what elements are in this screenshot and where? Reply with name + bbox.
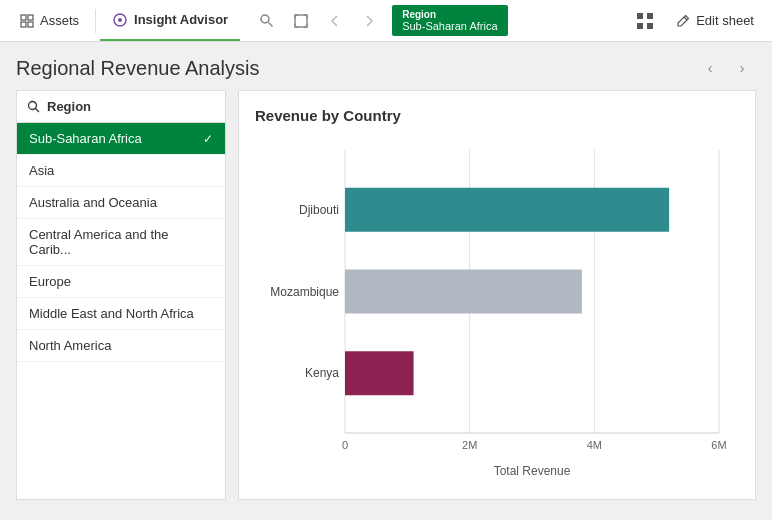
svg-rect-8 [295, 15, 307, 27]
svg-rect-3 [28, 22, 33, 27]
back-icon-btn[interactable] [320, 6, 350, 36]
svg-point-6 [261, 15, 269, 23]
forward-icon-btn[interactable] [354, 6, 384, 36]
svg-rect-1 [28, 15, 33, 20]
sidebar-item[interactable]: Middle East and North Africa [17, 298, 225, 330]
sidebar-item-label: Australia and Oceania [29, 195, 157, 210]
svg-rect-9 [637, 13, 643, 19]
svg-rect-2 [21, 22, 26, 27]
svg-text:4M: 4M [587, 439, 602, 451]
forward-arrow-icon [361, 13, 377, 29]
chart-container: 02M4M6MDjiboutiMozambiqueKenyaTotal Reve… [255, 140, 739, 483]
sidebar-search: Region [17, 91, 225, 123]
sidebar-item-label: Central America and the Carib... [29, 227, 213, 257]
nav-divider [95, 9, 96, 33]
bar-mozambique [345, 270, 582, 314]
svg-rect-0 [21, 15, 26, 20]
prev-page-btn[interactable]: ‹ [696, 54, 724, 82]
grid-view-btn[interactable] [628, 4, 662, 38]
sidebar-item[interactable]: Australia and Oceania [17, 187, 225, 219]
svg-line-13 [684, 17, 687, 20]
chart-area: Revenue by Country 02M4M6MDjiboutiMozamb… [238, 90, 756, 500]
back-arrow-icon [327, 13, 343, 29]
assets-icon [20, 14, 34, 28]
page-nav-arrows: ‹ › [696, 54, 756, 82]
region-badge-value: Sub-Saharan Africa [402, 20, 497, 32]
toolbar-icons [252, 6, 384, 36]
svg-rect-10 [647, 13, 653, 19]
revenue-chart: 02M4M6MDjiboutiMozambiqueKenyaTotal Reve… [255, 140, 739, 483]
assets-tab[interactable]: Assets [8, 0, 91, 41]
bar-kenya [345, 351, 414, 395]
sidebar-item-label: Asia [29, 163, 54, 178]
search-icon [27, 100, 41, 114]
svg-rect-12 [647, 23, 653, 29]
sidebar-item[interactable]: Europe [17, 266, 225, 298]
sidebar-item-label: Sub-Saharan Africa [29, 131, 142, 146]
expand-icon-btn[interactable] [286, 6, 316, 36]
sidebar-item-label: Europe [29, 274, 71, 289]
next-page-btn[interactable]: › [728, 54, 756, 82]
page-header: Regional Revenue Analysis ‹ › [0, 42, 772, 90]
sidebar-item[interactable]: Asia [17, 155, 225, 187]
svg-point-5 [118, 18, 122, 22]
grid-icon [636, 12, 654, 30]
svg-text:Total Revenue: Total Revenue [494, 464, 571, 478]
svg-line-15 [36, 108, 40, 112]
svg-text:2M: 2M [462, 439, 477, 451]
assets-tab-label: Assets [40, 13, 79, 28]
bar-djibouti [345, 188, 669, 232]
insight-advisor-icon [112, 12, 128, 28]
page-title: Regional Revenue Analysis [16, 57, 260, 80]
svg-text:6M: 6M [711, 439, 726, 451]
region-sidebar: Region Sub-Saharan Africa✓AsiaAustralia … [16, 90, 226, 500]
chart-title: Revenue by Country [255, 107, 739, 124]
sidebar-item[interactable]: Sub-Saharan Africa✓ [17, 123, 225, 155]
sidebar-item[interactable]: Central America and the Carib... [17, 219, 225, 266]
sidebar-item[interactable]: North America [17, 330, 225, 362]
top-navigation: Assets Insight Advisor [0, 0, 772, 42]
insight-advisor-tab-label: Insight Advisor [134, 12, 228, 27]
sidebar-list: Sub-Saharan Africa✓AsiaAustralia and Oce… [17, 123, 225, 499]
svg-rect-11 [637, 23, 643, 29]
region-badge-title: Region [402, 9, 497, 20]
zoom-icon-btn[interactable] [252, 6, 282, 36]
sidebar-item-label: North America [29, 338, 111, 353]
svg-text:Kenya: Kenya [305, 366, 339, 380]
region-badge: Region Sub-Saharan Africa [392, 5, 507, 36]
svg-text:Djibouti: Djibouti [299, 203, 339, 217]
svg-line-7 [269, 22, 273, 26]
search-zoom-icon [259, 13, 275, 29]
selected-checkmark: ✓ [203, 132, 213, 146]
svg-text:Mozambique: Mozambique [270, 285, 339, 299]
search-label: Region [47, 99, 91, 114]
edit-sheet-label: Edit sheet [696, 13, 754, 28]
svg-text:0: 0 [342, 439, 348, 451]
sidebar-item-label: Middle East and North Africa [29, 306, 194, 321]
edit-sheet-button[interactable]: Edit sheet [666, 9, 764, 32]
expand-icon [293, 13, 309, 29]
insight-advisor-tab[interactable]: Insight Advisor [100, 0, 240, 41]
main-content: Region Sub-Saharan Africa✓AsiaAustralia … [0, 90, 772, 516]
svg-point-14 [29, 101, 37, 109]
right-nav: Edit sheet [628, 4, 764, 38]
edit-icon [676, 14, 690, 28]
